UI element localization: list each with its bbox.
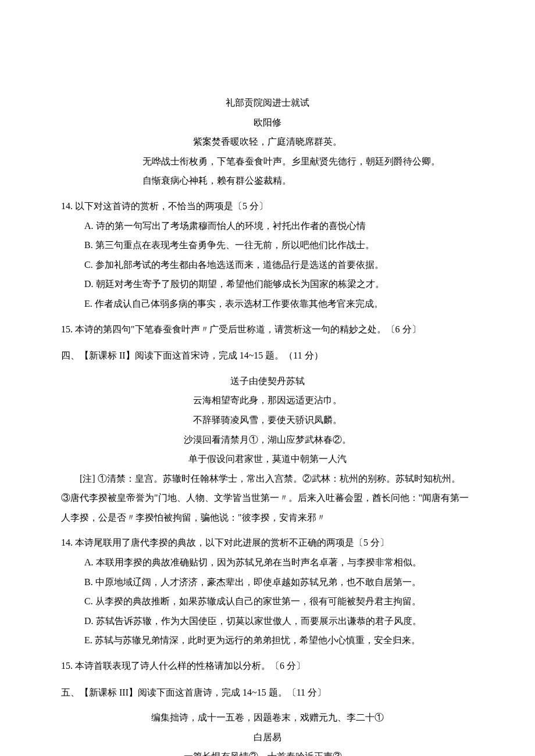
q14a-stem: 14. 以下对这首诗的赏析，不恰当的两项是〔5 分〕 <box>61 196 474 216</box>
note2-line-2: ③唐代李揆被皇帝誉为"门地、人物、文学皆当世第一〃。后来入吐蕃会盟，酋长问他："… <box>61 488 474 527</box>
poem1-author: 欧阳修 <box>61 113 474 132</box>
q14b-opt-c: C. 从李揆的典故推断，如果苏辙成认自己的家世第一，很有可能被契丹君主拘留。 <box>61 592 474 611</box>
q14b-opt-a: A. 本联用李揆的典故准确贴切，因为苏轼兄弟在当时声名卓著，与李揆非常相似。 <box>61 553 474 572</box>
section-3-heading: 五、【新课标 III】阅读下面这首唐诗，完成 14~15 题。〔11 分〕 <box>61 683 474 703</box>
poem3-line-1: 一篇长恨有风情②，十首秦吟近正声③。 <box>61 747 474 756</box>
q14b-opt-e: E. 苏轼与苏辙兄弟情深，此时更为远行的弟弟担忧，希望他小心慎重，安全归来。 <box>61 630 474 650</box>
question-14b: 14. 本诗尾联用了唐代李揆的典故，以下对此进展的赏析不正确的两项是〔5 分〕 … <box>61 533 474 650</box>
poem2-line-4: 单于假设问君家世，莫道中朝第一人汽 <box>61 449 474 469</box>
poem2-line-1: 云海相望寄此身，那因远适更沾巾。 <box>61 390 474 410</box>
poem3-author: 白居易 <box>61 728 474 747</box>
poem2-line-3: 沙漠回看清禁月①，湖山应梦武林春②。 <box>61 430 474 450</box>
q14b-opt-b: B. 中原地域辽阔，人才济济，豪杰辈出，即使卓越如苏轼兄弟，也不敢自居第一。 <box>61 572 474 592</box>
poem2-title: 送子由使契丹苏轼 <box>61 371 474 391</box>
poem1-line-2: 无哗战士衔枚勇，下笔春蚕食叶声。乡里献贤先德行，朝廷列爵待公卿。自惭衰病心神耗，… <box>61 152 474 191</box>
q14a-opt-a: A. 诗的第一句写出了考场肃穆而怡人的环境，衬托出作者的喜悦心情 <box>61 216 474 236</box>
q14a-opt-e: E. 作者成认自己体弱多病的事实，表示选材工作要依靠其他考官来完成。 <box>61 294 474 314</box>
q14b-stem: 14. 本诗尾联用了唐代李揆的典故，以下对此进展的赏析不正确的两项是〔5 分〕 <box>61 533 474 553</box>
poem3-title: 编集拙诗，成十一五卷，因题卷末，戏赠元九、李二十① <box>61 708 474 728</box>
note2-line-1: [注] ①清禁：皇宫。苏辙时任翰林学士，常出入宫禁。②武林：杭州的别称。苏轼时知… <box>61 469 474 489</box>
q14a-opt-b: B. 第三句重点在表现考生奋勇争先、一往无前，所以吧他们比作战士。 <box>61 235 474 255</box>
poem1-line-1: 紫案焚香暖吹轻，广庭清晓席群英。 <box>61 132 474 152</box>
poem1-title: 礼部贡院阅进士就试 <box>61 93 474 113</box>
question-15b: 15. 本诗首联表现了诗人什么样的性格请加以分析。〔6 分〕 <box>61 656 474 676</box>
document-page: 礼部贡院阅进士就试 欧阳修 紫案焚香暖吹轻，广庭清晓席群英。 无哗战士衔枚勇，下… <box>0 0 535 756</box>
q14a-opt-c: C. 参加礼部考试的考生都由各地选送而来，道德品行是选送的首要依据。 <box>61 255 474 275</box>
question-14a: 14. 以下对这首诗的赏析，不恰当的两项是〔5 分〕 A. 诗的第一句写出了考场… <box>61 196 474 314</box>
section-2-heading: 四、【新课标 II】阅读下面这首宋诗，完成 14~15 题。（11 分） <box>61 346 474 366</box>
question-15a: 15. 本诗的第四句"下笔春蚕食叶声〃广受后世称道，请赏析这一句的精妙之处。〔6… <box>61 320 474 339</box>
q14b-opt-d: D. 苏轼告诉苏辙，作为大国使臣，切莫以家世傲人，而要展示出谦恭的君子风度。 <box>61 611 474 631</box>
poem2-line-2: 不辞驿骑凌风雪，要使天骄识凤麟。 <box>61 410 474 430</box>
q14a-opt-d: D. 朝廷对考生寄予了殷切的期望，希望他们能够成长为国家的栋梁之才。 <box>61 274 474 294</box>
